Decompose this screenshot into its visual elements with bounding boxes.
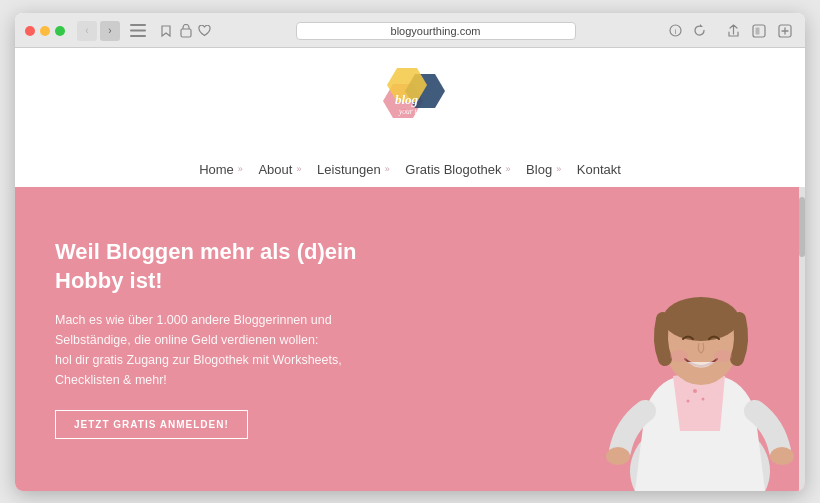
cta-button[interactable]: JETZT GRATIS ANMELDEN!: [55, 410, 248, 439]
svg-rect-0: [130, 24, 146, 26]
nav-arrows: ‹ ›: [77, 21, 120, 41]
back-button[interactable]: ‹: [77, 21, 97, 41]
nav-blogothek[interactable]: Gratis Blogothek »: [405, 162, 510, 177]
nav-blog-label: Blog: [526, 162, 552, 177]
svg-rect-3: [181, 29, 191, 37]
svg-marker-6: [700, 24, 703, 27]
nav-leistungen-arrow: »: [385, 164, 390, 174]
site-header: ♥ blog your thing Home » About »: [15, 48, 805, 187]
traffic-lights: [25, 26, 65, 36]
svg-text:i: i: [674, 27, 676, 36]
url-text: blogyourthing.com: [391, 25, 481, 37]
refresh-button[interactable]: [691, 23, 707, 39]
site-logo[interactable]: ♥ blog your thing: [371, 62, 449, 144]
address-bar[interactable]: blogyourthing.com: [296, 22, 576, 40]
share-icon[interactable]: [723, 21, 743, 41]
svg-rect-8: [756, 27, 760, 34]
hero-section: Weil Bloggen mehr als (d)ein Hobby ist! …: [15, 187, 805, 491]
info-icon[interactable]: i: [665, 21, 685, 41]
hero-title: Weil Bloggen mehr als (d)ein Hobby ist!: [55, 238, 395, 295]
nav-about-label: About: [258, 162, 292, 177]
hero-subtitle-line2: hol dir gratis Zugang zur Blogothek mit …: [55, 353, 342, 387]
person-svg: [525, 211, 805, 491]
bookmark-icon[interactable]: [156, 21, 176, 41]
nav-home[interactable]: Home »: [199, 162, 243, 177]
hero-person-image: [525, 187, 805, 491]
browser-chrome: ‹ ›: [15, 13, 805, 48]
svg-text:your thing: your thing: [398, 107, 430, 116]
nav-leistungen[interactable]: Leistungen »: [317, 162, 390, 177]
tab-icon[interactable]: [749, 21, 769, 41]
nav-kontakt-label: Kontakt: [577, 162, 621, 177]
svg-point-23: [670, 350, 688, 362]
sidebar-toggle-icon[interactable]: [128, 21, 148, 41]
browser-toolbar-right: [723, 21, 795, 41]
nav-kontakt[interactable]: Kontakt: [577, 162, 621, 177]
svg-point-19: [687, 399, 690, 402]
maximize-button[interactable]: [55, 26, 65, 36]
nav-about[interactable]: About »: [258, 162, 301, 177]
nav-blogothek-label: Gratis Blogothek: [405, 162, 501, 177]
svg-point-26: [770, 447, 794, 465]
svg-point-17: [693, 389, 697, 393]
svg-point-18: [702, 397, 705, 400]
lock-icon: [176, 21, 196, 41]
website-content: ♥ blog your thing Home » About »: [15, 48, 805, 491]
close-button[interactable]: [25, 26, 35, 36]
nav-blogothek-arrow: »: [505, 164, 510, 174]
nav-blog-arrow: »: [556, 164, 561, 174]
site-navigation: Home » About » Leistungen » Gratis Blogo…: [199, 154, 621, 187]
svg-point-25: [606, 447, 630, 465]
svg-rect-2: [130, 35, 146, 37]
hero-subtitle-line1: Mach es wie über 1.000 andere Bloggerinn…: [55, 313, 332, 347]
nav-home-arrow: »: [238, 164, 243, 174]
browser-window: ‹ ›: [15, 13, 805, 491]
nav-blog[interactable]: Blog »: [526, 162, 561, 177]
minimize-button[interactable]: [40, 26, 50, 36]
svg-text:blog: blog: [395, 92, 419, 107]
svg-rect-1: [130, 30, 146, 32]
heart-icon[interactable]: [194, 21, 214, 41]
hero-content: Weil Bloggen mehr als (d)ein Hobby ist! …: [15, 208, 435, 468]
forward-button[interactable]: ›: [100, 21, 120, 41]
nav-about-arrow: »: [296, 164, 301, 174]
nav-home-label: Home: [199, 162, 234, 177]
new-tab-icon[interactable]: [775, 21, 795, 41]
address-bar-area: blogyourthing.com i: [156, 22, 715, 40]
hero-subtitle: Mach es wie über 1.000 andere Bloggerinn…: [55, 310, 395, 390]
svg-point-24: [714, 350, 732, 362]
nav-leistungen-label: Leistungen: [317, 162, 381, 177]
